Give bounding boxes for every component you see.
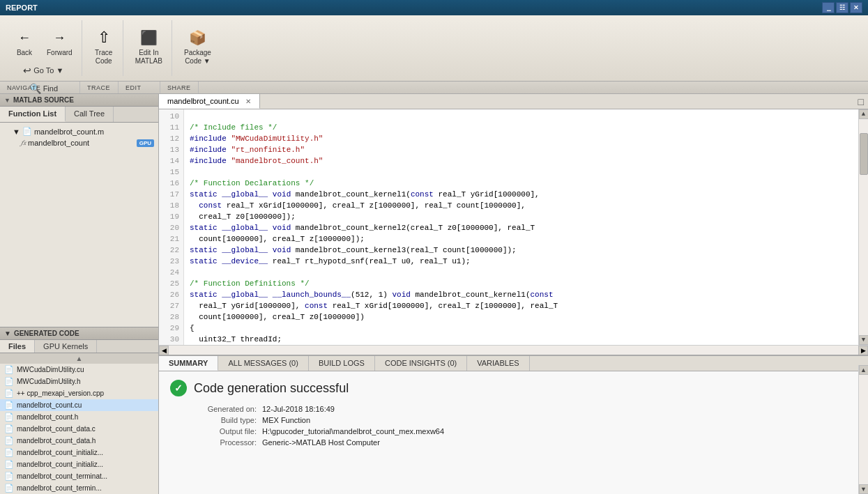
- call-tree-tab[interactable]: Call Tree: [66, 107, 114, 122]
- forward-button[interactable]: → Forward: [42, 24, 77, 61]
- horizontal-scrollbar[interactable]: ◀ ▶: [159, 345, 868, 355]
- list-item[interactable]: 📄 mandelbrot_count_data.h: [0, 435, 158, 447]
- edit-section-label: EDIT: [119, 82, 160, 93]
- list-item[interactable]: 📄 mandelbrot_count_terminat...: [0, 470, 158, 482]
- meta-output-file: Output file: H:\gpucoder_tutorial\mandel…: [194, 427, 857, 435]
- left-panel: ▼ MATLAB SOURCE Function List Call Tree …: [0, 94, 159, 494]
- edit-group: ⬛ Edit InMATLAB: [126, 20, 172, 76]
- bottom-scroll-up[interactable]: ▲: [859, 365, 869, 375]
- m-file-icon: 📄: [22, 127, 32, 136]
- list-item[interactable]: 📄 ++ cpp_mexapi_version.cpp: [0, 387, 158, 399]
- h-icon: 📄: [4, 460, 14, 469]
- edit-in-matlab-button[interactable]: ⬛ Edit InMATLAB: [130, 24, 167, 69]
- processor-label: Processor:: [194, 438, 257, 447]
- source-tree: ▼ 📄 mandelbrot_count.m 𝑓𝑥 mandelbrot_cou…: [0, 123, 158, 327]
- file-name: mandelbrot_count_terminat...: [17, 472, 107, 480]
- c-icon: 📄: [4, 472, 14, 481]
- success-row: ✓ Code generation successful: [170, 380, 857, 396]
- trace-code-button[interactable]: ⇧ TraceCode: [89, 24, 119, 69]
- scroll-down-btn[interactable]: ▼: [859, 335, 869, 345]
- files-tab[interactable]: Files: [0, 340, 35, 353]
- file-name: MWCudaDimUtility.cu: [17, 366, 84, 373]
- success-icon: ✓: [170, 380, 187, 396]
- gpu-kernels-tab[interactable]: GPU Kernels: [35, 340, 97, 353]
- bottom-scroll-down[interactable]: ▼: [859, 484, 869, 494]
- scroll-right-btn[interactable]: ▶: [858, 346, 868, 355]
- cu-icon: 📄: [4, 401, 14, 410]
- bottom-v-scrollbar[interactable]: ▲ ▼: [858, 365, 868, 494]
- c-icon: 📄: [4, 448, 14, 457]
- meta-processor: Processor: Generic->MATLAB Host Computer: [194, 438, 857, 447]
- function-list-tab[interactable]: Function List: [0, 107, 66, 122]
- file-name: MWCudaDimUtility.h: [17, 378, 81, 385]
- list-item[interactable]: 📄 mandelbrot_count_data.c: [0, 423, 158, 435]
- share-section-label: SHARE: [160, 82, 199, 93]
- generated-code-header: ▼ GENERATED CODE: [0, 327, 158, 340]
- file-name: mandelbrot_count_data.h: [17, 437, 96, 445]
- scroll-left-btn[interactable]: ◀: [159, 346, 169, 355]
- tree-item-function[interactable]: 𝑓𝑥 mandelbrot_count GPU: [1, 137, 157, 148]
- nav-row2: ↩ Go To ▼: [19, 62, 68, 79]
- tab-close-icon[interactable]: ✕: [245, 98, 251, 105]
- scroll-up-arrow[interactable]: ▲: [0, 353, 158, 364]
- list-item[interactable]: 📄 mandelbrot_count_initializ...: [0, 447, 158, 458]
- active-code-tab[interactable]: mandelbrot_count.cu ✕: [159, 94, 260, 109]
- trace-group: ⇧ TraceCode: [85, 20, 123, 76]
- meta-build-type: Build type: MEX Function: [194, 416, 857, 424]
- title-bar: REPORT ⎯ ☷ ✕: [0, 0, 868, 15]
- file-name: mandelbrot_count_initializ...: [17, 449, 103, 456]
- summary-content: ✓ Code generation successful Generated o…: [159, 371, 868, 494]
- success-title: Code generation successful: [194, 381, 349, 396]
- list-item[interactable]: 📄 mandelbrot_count_termin...: [0, 482, 158, 494]
- list-item[interactable]: 📄 MWCudaDimUtility.cu: [0, 364, 158, 376]
- grid-button[interactable]: ☷: [836, 2, 848, 13]
- processor-value: Generic->MATLAB Host Computer: [262, 438, 380, 447]
- vertical-scrollbar[interactable]: ▲ ▼: [858, 109, 868, 345]
- goto-button[interactable]: ↩ Go To ▼: [19, 62, 68, 79]
- title-label: REPORT: [6, 3, 38, 12]
- variables-tab[interactable]: VARIABLES: [467, 356, 529, 371]
- summary-tab[interactable]: SUMMARY: [159, 356, 218, 371]
- back-icon: ←: [15, 28, 34, 47]
- h-icon: 📄: [4, 412, 14, 422]
- code-editor[interactable]: 10 11 12 13 14 15 16 17 18 19 20 21 22 2…: [159, 109, 868, 345]
- list-item[interactable]: 📄 mandelbrot_count.h: [0, 411, 158, 423]
- file-list: 📄 MWCudaDimUtility.cu 📄 MWCudaDimUtility…: [0, 364, 158, 494]
- trace-label: TraceCode: [95, 49, 112, 65]
- file-name: mandelbrot_count_initializ...: [17, 461, 103, 468]
- list-item[interactable]: 📄 mandelbrot_count.cu: [0, 399, 158, 411]
- share-group: 📦 PackageCode ▼: [175, 20, 220, 76]
- cpp-icon: 📄: [4, 389, 14, 398]
- file-name: mandelbrot_count_data.c: [17, 425, 96, 433]
- trace-section-label: TRACE: [80, 82, 119, 93]
- maximize-button[interactable]: □: [854, 94, 868, 109]
- code-tabs: mandelbrot_count.cu ✕ □: [159, 94, 868, 109]
- c-icon: 📄: [4, 424, 14, 433]
- file-name: mandelbrot_count_termin...: [17, 484, 102, 492]
- goto-icon: ↩: [23, 65, 31, 76]
- tree-item-mfile[interactable]: ▼ 📄 mandelbrot_count.m: [1, 125, 157, 137]
- title-bar-buttons: ⎯ ☷ ✕: [822, 2, 862, 13]
- build-logs-tab[interactable]: BUILD LOGS: [309, 356, 375, 371]
- cu-icon: 📄: [4, 365, 14, 374]
- right-panel: mandelbrot_count.cu ✕ □ 10 11 12 13 14 1…: [159, 94, 868, 494]
- back-label: Back: [17, 49, 32, 57]
- code-tab-label: mandelbrot_count.cu: [167, 97, 239, 105]
- package-code-button[interactable]: 📦 PackageCode ▼: [179, 24, 216, 69]
- scroll-up-btn[interactable]: ▲: [859, 109, 869, 119]
- scroll-thumb[interactable]: [860, 133, 868, 175]
- list-item[interactable]: 📄 MWCudaDimUtility.h: [0, 376, 158, 387]
- back-button[interactable]: ← Back: [10, 24, 39, 61]
- code-insights-tab[interactable]: CODE INSIGHTS (0): [375, 356, 467, 371]
- generated-on-label: Generated on:: [194, 405, 257, 413]
- build-type-value: MEX Function: [262, 416, 310, 424]
- close-button[interactable]: ✕: [850, 2, 862, 13]
- package-icon: 📦: [188, 28, 207, 47]
- file-name: mandelbrot_count.cu: [17, 401, 82, 409]
- output-file-value: H:\gpucoder_tutorial\mandelbrot_count_me…: [262, 427, 444, 435]
- list-item[interactable]: 📄 mandelbrot_count_initializ...: [0, 458, 158, 470]
- minimize-button[interactable]: ⎯: [822, 2, 835, 13]
- navigate-group: ← Back → Forward ↩ Go To ▼ 🔍 Find: [6, 20, 82, 76]
- all-messages-tab[interactable]: ALL MESSAGES (0): [218, 356, 308, 371]
- expand-icon: ▼: [13, 128, 20, 136]
